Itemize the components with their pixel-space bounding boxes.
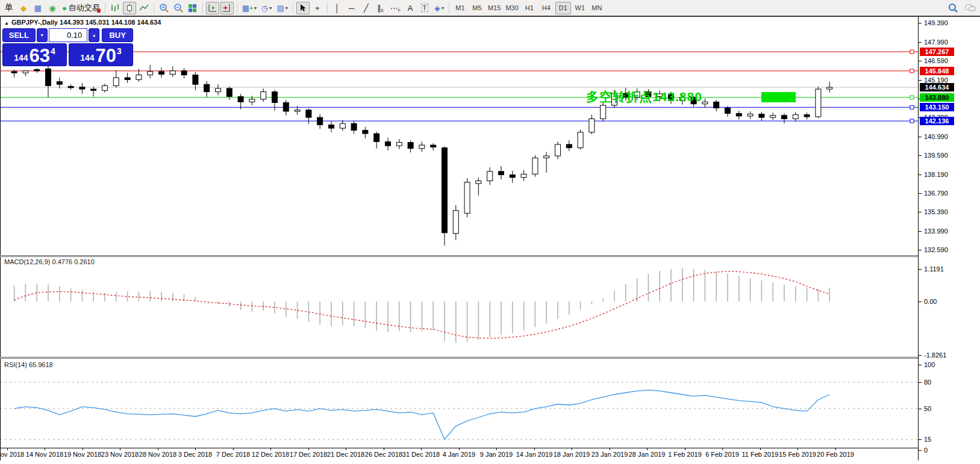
date-label: 14 Jan 2019 xyxy=(516,451,553,458)
date-label: 23 Jan 2019 xyxy=(591,451,628,458)
trendline-tool[interactable]: ╱ xyxy=(360,2,373,14)
scale-label: 135.390 xyxy=(924,208,948,216)
tile-windows-button[interactable] xyxy=(186,2,199,14)
vertical-line-tool[interactable]: │ xyxy=(331,2,344,14)
date-axis-separator xyxy=(0,448,980,448)
globe-icon: ● xyxy=(62,4,67,13)
date-label: 21 Dec 2018 xyxy=(327,451,364,458)
new-order-button[interactable]: 单 xyxy=(2,2,16,14)
label-tool[interactable]: T xyxy=(418,2,431,14)
pivot-annotation[interactable]: 多空转折点143.880 xyxy=(586,88,702,105)
rsi-pane-splitter[interactable] xyxy=(0,357,980,359)
shapes-tool[interactable]: ◈▾ xyxy=(432,2,446,14)
cursor-button[interactable] xyxy=(296,2,310,14)
auto-scroll-button[interactable] xyxy=(220,2,234,14)
date-tick xyxy=(384,448,384,450)
channel-tool[interactable]: ∥E xyxy=(374,2,387,14)
new-chart-button[interactable]: ▦+▾ xyxy=(240,2,258,14)
sell-price-tile[interactable]: 144634 xyxy=(2,43,67,66)
scale-tick xyxy=(919,137,922,137)
zoom-out-icon xyxy=(173,3,183,13)
window-top-border xyxy=(0,16,980,17)
scale-tick xyxy=(919,193,922,194)
price-scale[interactable]: 149.390147.990146.590145.190143.790142.3… xyxy=(918,17,980,460)
volume-input[interactable]: 0.10 xyxy=(49,28,88,42)
scale-label: 146.590 xyxy=(924,57,948,65)
scale-tick xyxy=(919,450,922,451)
zoom-out-button[interactable] xyxy=(172,2,185,14)
timeframe-w1[interactable]: W1 xyxy=(572,2,588,14)
scale-tick xyxy=(919,439,922,440)
scale-label: 0.00 xyxy=(924,298,937,306)
scale-label: 133.990 xyxy=(924,227,948,235)
price-badge: 143.150 xyxy=(920,103,954,111)
timeframe-d1[interactable]: D1 xyxy=(555,2,571,14)
date-tick xyxy=(647,448,648,450)
date-label: 28 Nov 2018 xyxy=(139,451,176,458)
order-book-icon[interactable]: ◆ xyxy=(17,2,30,14)
terminal-icon[interactable]: ▦ xyxy=(31,2,45,14)
bar-chart-mode-button[interactable] xyxy=(108,2,122,14)
date-tick xyxy=(685,448,685,450)
scale-tick xyxy=(919,212,922,212)
collapse-arrow-icon[interactable]: ▲ xyxy=(4,20,9,26)
templates-button[interactable]: ▤▾ xyxy=(275,2,289,14)
timeframe-h4[interactable]: H4 xyxy=(538,2,554,14)
line-chart-mode-button[interactable] xyxy=(137,2,151,14)
auto-scroll-icon xyxy=(222,4,231,12)
market-watch-icon[interactable]: ◉ xyxy=(46,2,59,14)
buy-price-tile[interactable]: 144703 xyxy=(69,43,133,66)
volume-increase-button[interactable]: ▲ xyxy=(89,28,99,42)
scale-label: 149.390 xyxy=(924,19,948,27)
template-icon: ▤ xyxy=(276,4,284,13)
scale-tick xyxy=(919,365,922,365)
date-tick xyxy=(233,448,234,450)
scale-tick xyxy=(919,355,922,356)
timeframe-h1[interactable]: H1 xyxy=(522,2,537,14)
auto-trading-button[interactable]: ● 自动交易 xyxy=(60,2,102,14)
window-left-border xyxy=(0,17,1,460)
date-label: 14 Nov 2018 xyxy=(26,451,63,458)
timeframe-m1[interactable]: M1 xyxy=(452,2,468,14)
scale-tick xyxy=(919,61,922,61)
crosshair-button[interactable]: + xyxy=(311,2,324,14)
separator xyxy=(105,2,105,13)
scale-label: 100 xyxy=(924,361,935,369)
bar-chart-icon xyxy=(110,4,119,12)
search-icon xyxy=(948,3,958,13)
text-tool[interactable]: A xyxy=(404,2,417,14)
zoom-in-button[interactable] xyxy=(157,2,170,14)
timeframe-mn[interactable]: MN xyxy=(589,2,605,14)
scale-label: 147.990 xyxy=(924,39,948,46)
fibonacci-tool[interactable]: ⋯F xyxy=(389,2,402,14)
volume-decrease-button[interactable]: ▼ xyxy=(37,28,48,42)
chart-canvas[interactable] xyxy=(0,0,980,464)
date-axis[interactable]: 9 Nov 201814 Nov 201819 Nov 201823 Nov 2… xyxy=(0,448,980,460)
separator xyxy=(293,2,293,13)
price-badge: 145.848 xyxy=(920,67,954,75)
periods-button[interactable]: ◷▾ xyxy=(260,2,273,14)
candlestick-mode-button[interactable] xyxy=(123,2,136,14)
horizontal-line-tool[interactable]: ─ xyxy=(345,2,358,14)
date-label: 3 Dec 2018 xyxy=(178,451,212,458)
timeframe-m30[interactable]: M30 xyxy=(504,2,520,14)
chart-shift-button[interactable] xyxy=(206,2,219,14)
date-label: 26 Dec 2018 xyxy=(365,451,402,458)
sell-button[interactable]: SELL xyxy=(2,28,36,42)
scale-label: 132.590 xyxy=(924,246,948,254)
date-tick xyxy=(421,448,422,450)
date-label: 7 Dec 2018 xyxy=(216,451,250,458)
date-label: 18 Jan 2019 xyxy=(554,451,590,458)
search-button[interactable] xyxy=(946,2,960,14)
scale-label: 0 xyxy=(924,447,928,454)
chat-button[interactable] xyxy=(963,2,978,14)
timeframe-m15[interactable]: M15 xyxy=(486,2,502,14)
price-badge: 144.634 xyxy=(920,83,954,91)
separator xyxy=(202,2,203,13)
macd-pane-splitter[interactable] xyxy=(0,255,980,257)
chart-shift-icon xyxy=(208,4,217,12)
clock-icon: ◷ xyxy=(261,4,268,13)
date-tick xyxy=(797,448,798,450)
timeframe-m5[interactable]: M5 xyxy=(469,2,485,14)
buy-button[interactable]: BUY xyxy=(102,28,133,42)
